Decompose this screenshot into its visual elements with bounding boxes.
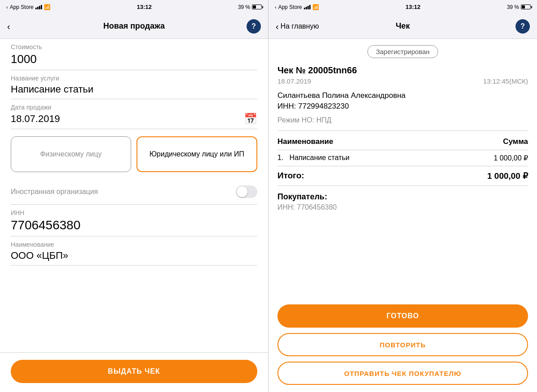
signal-bar-3	[39, 6, 40, 9]
date-field-group: Дата продажи 18.07.2019 📅	[11, 99, 257, 129]
receipt-date: 18.07.2019	[277, 77, 311, 85]
right-back-label: На главную	[281, 22, 319, 30]
right-signal-bars	[304, 5, 311, 9]
left-battery-fill	[253, 5, 256, 8]
date-value[interactable]: 18.07.2019	[11, 113, 60, 125]
table-header-sum: Сумма	[503, 137, 528, 146]
left-phone: ‹ App Store 📶 13:12 39 % ‹	[0, 0, 268, 392]
right-app-store-label: App Store	[278, 4, 302, 10]
receipt-total-row: Итого: 1 000,00 ₽	[277, 166, 528, 186]
spacer-right	[277, 211, 528, 220]
inn-field-group: ИНН 7706456380	[11, 205, 257, 236]
right-bottom-bar: ГОТОВО ПОВТОРИТЬ ОТПРАВИТЬ ЧЕК ПОКУПАТЕЛ…	[268, 300, 537, 392]
left-app-store-label: App Store	[10, 4, 34, 10]
receipt-person-inn: ИНН: 772994823230	[277, 102, 528, 111]
date-row: 18.07.2019 📅	[11, 113, 257, 125]
right-help-button[interactable]: ?	[516, 19, 530, 34]
item-name: 1. Написание статьи	[277, 154, 349, 162]
left-signal-bars	[35, 5, 42, 9]
receipt-buyer-section: Покупатель: ИНН: 7706456380	[277, 192, 528, 211]
table-header-name: Наименование	[277, 137, 333, 146]
item-name-text: Написание статьи	[290, 154, 349, 161]
cost-value[interactable]: 1000	[11, 52, 257, 66]
submit-button[interactable]: ВЫДАТЬ ЧЕК	[11, 360, 257, 383]
individual-button[interactable]: Физическому лицу	[11, 136, 131, 172]
receipt-status-badge: Зарегистрирован	[367, 45, 438, 58]
left-status-right: 39 %	[238, 4, 262, 10]
total-label: Итого:	[277, 171, 304, 181]
left-battery-body	[252, 4, 262, 9]
left-back-chevron: ‹	[6, 4, 8, 10]
right-back-chevron: ‹	[275, 4, 277, 10]
receipt-content: Зарегистрирован Чек № 20005tnn66 18.07.2…	[268, 39, 537, 300]
buyer-inn: ИНН: 7706456380	[277, 203, 528, 211]
right-nav-bar: ‹ На главную Чек ?	[268, 14, 537, 39]
toggle-knob	[237, 186, 247, 197]
left-help-button[interactable]: ?	[247, 19, 261, 34]
right-battery-pct: 39 %	[507, 4, 519, 10]
org-name-label: Наименование	[11, 241, 257, 248]
right-phone: ‹ App Store 📶 13:12 39 % ‹	[268, 0, 537, 392]
inn-value[interactable]: 7706456380	[11, 218, 257, 232]
item-sum: 1 000,00 ₽	[494, 154, 528, 162]
buyer-title: Покупатель:	[277, 192, 528, 202]
foreign-org-label: Иностранная организация	[11, 188, 98, 196]
right-back-button[interactable]: ‹ На главную	[276, 22, 319, 31]
left-back-chevron-icon: ‹	[7, 22, 10, 31]
receipt-person: Силантьева Полина Александровна	[277, 91, 528, 100]
service-label: Название услуги	[11, 75, 257, 82]
right-page-title: Чек	[396, 21, 410, 31]
right-status-right: 39 %	[507, 4, 531, 10]
org-name-value[interactable]: ООО «ЦБП»	[11, 250, 257, 261]
spacer	[11, 266, 257, 274]
right-status-bar: ‹ App Store 📶 13:12 39 %	[268, 0, 537, 14]
total-sum: 1 000,00 ₽	[487, 171, 528, 181]
right-battery-body	[521, 4, 531, 9]
left-back-button[interactable]: ‹	[7, 22, 10, 31]
signal-bar-r1	[304, 8, 305, 9]
receipt-date-row: 18.07.2019 13:12:45(МСК)	[277, 77, 528, 85]
receipt-table-header: Наименование Сумма	[277, 137, 528, 150]
receipt-mode: Режим НО: НПД	[277, 116, 528, 131]
receipt-status-container: Зарегистрирован	[277, 39, 528, 63]
receipt-number: Чек № 20005tnn66	[277, 65, 528, 76]
signal-bar-2	[37, 7, 38, 9]
type-buttons-row: Физическому лицу Юридическому лицу или И…	[11, 136, 257, 172]
signal-bar-r2	[306, 7, 307, 9]
right-back-chevron-icon: ‹	[276, 22, 279, 31]
right-battery-fill	[522, 5, 525, 8]
signal-bar-r3	[307, 6, 309, 9]
receipt-time: 13:12:45(МСК)	[483, 77, 528, 85]
cost-label: Стоимость	[11, 43, 257, 51]
left-content: Стоимость 1000 Название услуги Написание…	[0, 39, 268, 352]
send-receipt-button[interactable]: ОТПРАВИТЬ ЧЕК ПОКУПАТЕЛЮ	[277, 362, 528, 385]
left-status-left: ‹ App Store 📶	[6, 4, 51, 10]
left-battery-pct: 39 %	[238, 4, 250, 10]
service-field-group: Название услуги Написание статьи	[11, 70, 257, 99]
legal-button[interactable]: Юридическому лицу или ИП	[136, 136, 258, 172]
foreign-org-toggle[interactable]	[236, 185, 257, 198]
left-status-bar: ‹ App Store 📶 13:12 39 %	[0, 0, 268, 14]
done-button[interactable]: ГОТОВО	[277, 304, 528, 328]
left-bottom-bar: ВЫДАТЬ ЧЕК	[0, 352, 268, 392]
signal-bar-4	[41, 5, 42, 9]
signal-bar-1	[35, 8, 37, 9]
service-value[interactable]: Написание статьи	[11, 84, 257, 95]
foreign-org-row: Иностранная организация	[11, 179, 257, 205]
left-page-title: Новая продажа	[103, 21, 165, 31]
calendar-icon[interactable]: 📅	[244, 113, 257, 125]
right-wifi-icon: 📶	[312, 4, 319, 10]
right-status-left: ‹ App Store 📶	[275, 4, 319, 10]
repeat-button[interactable]: ПОВТОРИТЬ	[277, 333, 528, 356]
cost-field-group: Стоимость 1000	[11, 39, 257, 70]
left-nav-bar: ‹ Новая продажа ?	[0, 14, 268, 39]
org-name-field-group: Наименование ООО «ЦБП»	[11, 236, 257, 266]
right-time: 13:12	[405, 4, 420, 10]
left-time: 13:12	[137, 4, 152, 10]
receipt-table-row: 1. Написание статьи 1 000,00 ₽	[277, 154, 528, 162]
signal-bar-r4	[309, 5, 311, 9]
item-num: 1.	[277, 154, 283, 161]
date-label: Дата продажи	[11, 104, 257, 111]
inn-label: ИНН	[11, 209, 257, 216]
left-wifi-icon: 📶	[44, 4, 51, 10]
